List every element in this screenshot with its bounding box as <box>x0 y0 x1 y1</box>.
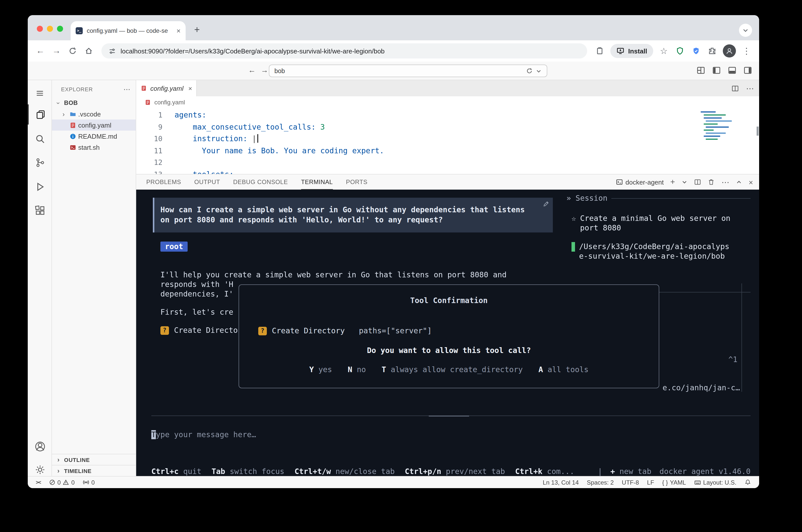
reload-button[interactable] <box>65 43 80 58</box>
settings-gear-button[interactable] <box>28 459 52 479</box>
activity-search-button[interactable] <box>28 129 52 149</box>
forward-button[interactable]: → <box>49 43 64 58</box>
traffic-zoom-button[interactable] <box>57 26 63 32</box>
traffic-close-button[interactable] <box>37 26 43 32</box>
session-item[interactable]: ☆ Create a minimal Go web server on port… <box>572 214 744 233</box>
activity-source-control-button[interactable] <box>28 152 52 172</box>
site-info-icon[interactable] <box>109 47 116 55</box>
split-terminal-icon[interactable] <box>694 178 701 186</box>
message-input[interactable]: Type your message here… <box>151 430 256 439</box>
browser-tab[interactable]: >_ config.yaml — bob — code-se × <box>71 21 186 40</box>
accounts-button[interactable] <box>28 436 52 456</box>
panel-tab-problems[interactable]: PROBLEMS <box>146 174 181 190</box>
tab-close-icon[interactable]: × <box>176 27 181 34</box>
editor-tab-config-yaml[interactable]: config.yaml × <box>136 80 197 96</box>
browser-toolbar: ← → localhost:9090/?folder=/Users/k33g/C… <box>28 40 759 61</box>
tree-item-label: start.sh <box>78 144 100 151</box>
language-mode[interactable]: { } YAML <box>662 479 686 486</box>
customize-layout-icon[interactable] <box>696 66 705 75</box>
code-line: 1 agents: <box>136 110 759 121</box>
minimap[interactable] <box>698 110 738 147</box>
traffic-minimize-button[interactable] <box>47 26 53 32</box>
app-version: docker agent v1.46.0 <box>659 467 750 476</box>
toggle-panel-icon[interactable] <box>728 66 736 75</box>
command-center[interactable]: bob <box>269 64 547 77</box>
encoding[interactable]: UTF-8 <box>622 479 639 486</box>
reading-list-button[interactable] <box>592 43 608 58</box>
panel-more-icon[interactable]: ⋯ <box>721 177 729 187</box>
puzzle-icon <box>708 47 716 55</box>
activity-explorer-button[interactable] <box>28 104 52 125</box>
profile-avatar[interactable] <box>723 44 736 57</box>
divider <box>151 416 750 416</box>
panel-tab-terminal[interactable]: TERMINAL <box>301 174 333 190</box>
refresh-icon[interactable] <box>526 68 533 74</box>
tree-root-bob[interactable]: › BOB <box>52 97 136 109</box>
keyboard-layout[interactable]: Layout: U.S. <box>694 479 736 486</box>
remote-indicator[interactable]: >< <box>36 479 41 485</box>
panel-tab-debug-console[interactable]: DEBUG CONSOLE <box>233 174 288 190</box>
timeline-section[interactable]: › TIMELINE <box>52 465 136 476</box>
indentation[interactable]: Spaces: 2 <box>587 479 614 486</box>
panel-tab-output[interactable]: OUTPUT <box>194 174 220 190</box>
option-always-allow[interactable]: T always allow create_directory <box>381 365 523 374</box>
tab-close-icon[interactable]: × <box>188 84 192 92</box>
install-button[interactable]: Install <box>611 44 653 58</box>
editor-more-icon[interactable]: ⋯ <box>746 83 754 93</box>
editor[interactable]: 1 agents: 9 max_consecutive_tool_calls: … <box>136 109 759 174</box>
tree-item-vscode[interactable]: › .vscode <box>52 109 136 119</box>
option-no[interactable]: N no <box>348 365 366 374</box>
eol[interactable]: LF <box>647 479 654 486</box>
terminal-instance-select[interactable]: docker-agent <box>616 178 664 186</box>
extension-shield-blue-button[interactable] <box>689 43 704 58</box>
bookmark-button[interactable]: ☆ <box>656 43 671 58</box>
input-placeholder: ype your message here… <box>156 430 256 439</box>
browser-menu-button[interactable]: ⋮ <box>739 43 754 58</box>
tree-item-start-sh[interactable]: › start.sh <box>52 142 136 153</box>
activity-extensions-button[interactable] <box>28 200 52 220</box>
tab-search-button[interactable] <box>739 24 752 37</box>
user-message: How can I create a simple web server in … <box>153 198 553 232</box>
outline-section[interactable]: › OUTLINE <box>52 454 136 465</box>
split-editor-icon[interactable] <box>731 84 739 92</box>
chevron-down-icon[interactable] <box>536 68 542 74</box>
person-icon <box>725 47 733 55</box>
terminal-dropdown-icon[interactable] <box>682 179 688 185</box>
extension-shield-green-button[interactable] <box>672 43 688 58</box>
explorer-sidebar: EXPLORER ⋯ › BOB › .vscode › <box>52 80 136 476</box>
ports-status[interactable]: 0 <box>83 479 95 486</box>
problems-status[interactable]: 0 0 <box>49 479 75 486</box>
edit-pencil-icon[interactable] <box>543 200 550 207</box>
new-tab-button[interactable]: + <box>194 24 200 35</box>
terminal-tui[interactable]: How can I create a simple web server in … <box>136 190 759 476</box>
breadcrumb[interactable]: config.yaml <box>136 96 759 109</box>
cursor-position[interactable]: Ln 13, Col 14 <box>543 479 579 486</box>
notifications-bell[interactable] <box>745 479 751 486</box>
home-button[interactable] <box>81 43 96 58</box>
kill-terminal-trash-icon[interactable] <box>708 178 715 186</box>
extensions-button[interactable] <box>705 43 720 58</box>
toggle-sidebar-icon[interactable] <box>712 66 721 75</box>
explorer-more-icon[interactable]: ⋯ <box>123 85 131 93</box>
editor-forward-button[interactable]: → <box>261 65 268 74</box>
maximize-panel-icon[interactable] <box>736 179 742 185</box>
tree-item-config-yaml[interactable]: › config.yaml <box>52 119 136 131</box>
option-yes[interactable]: Y yes <box>309 365 332 374</box>
tool-call-line: ? Create Directo <box>161 326 238 335</box>
editor-scrollbar[interactable] <box>757 127 759 136</box>
new-terminal-button[interactable]: + <box>670 178 675 186</box>
tree-item-readme[interactable]: › README.md <box>52 131 136 142</box>
editor-tabbar: config.yaml × ⋯ <box>136 80 759 96</box>
panel-tab-ports[interactable]: PORTS <box>346 174 368 190</box>
toggle-secondary-sidebar-icon[interactable] <box>744 66 752 75</box>
close-panel-icon[interactable]: × <box>748 178 753 186</box>
back-button[interactable]: ← <box>33 43 48 58</box>
address-bar[interactable]: localhost:9090/?folder=/Users/k33g/CodeB… <box>101 43 587 58</box>
activity-run-debug-button[interactable] <box>28 176 52 197</box>
application-menu-button[interactable] <box>28 83 52 103</box>
editor-back-button[interactable]: ← <box>248 65 256 74</box>
option-all-tools[interactable]: A all tools <box>538 365 589 374</box>
install-icon <box>617 47 625 55</box>
dialog-tool-name: Create Directory <box>272 326 345 335</box>
code-line: 11 Your name is Bob. You are coding expe… <box>136 145 759 157</box>
